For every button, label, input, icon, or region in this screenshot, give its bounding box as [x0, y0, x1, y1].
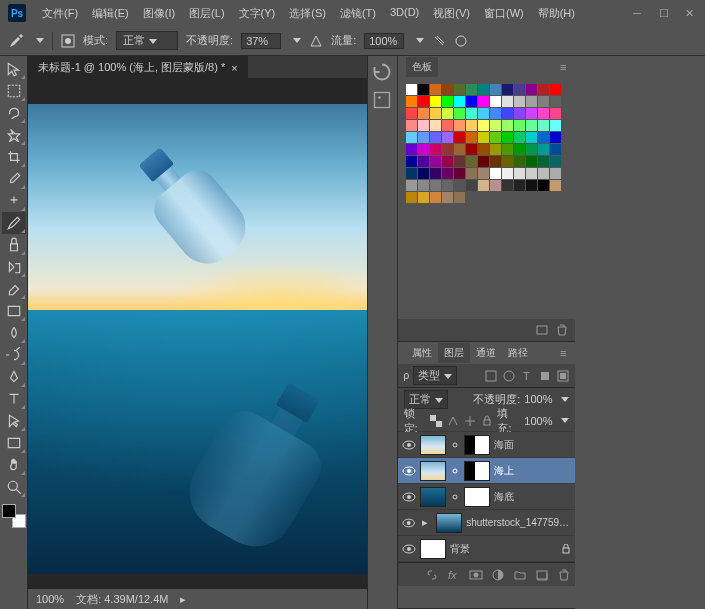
layer-name[interactable]: shutterstock_147759191 [466, 517, 570, 528]
hand-tool[interactable] [2, 454, 26, 476]
text-tool[interactable] [2, 388, 26, 410]
swatch[interactable] [490, 156, 501, 167]
status-menu-icon[interactable]: ▸ [180, 593, 186, 606]
swatch[interactable] [538, 156, 549, 167]
swatch[interactable] [466, 180, 477, 191]
swatch[interactable] [502, 84, 513, 95]
swatch[interactable] [466, 144, 477, 155]
swatch[interactable] [514, 108, 525, 119]
swatch[interactable] [490, 84, 501, 95]
tab-属性[interactable]: 属性 [406, 343, 438, 363]
menu-V[interactable]: 视图(V) [427, 2, 476, 25]
swatch[interactable] [514, 168, 525, 179]
swatch[interactable] [406, 132, 417, 143]
menu-W[interactable]: 窗口(W) [478, 2, 530, 25]
swatch[interactable] [526, 144, 537, 155]
swatch[interactable] [442, 120, 453, 131]
swatch[interactable] [466, 156, 477, 167]
menu-Y[interactable]: 文字(Y) [233, 2, 282, 25]
swatch[interactable] [514, 180, 525, 191]
swatch[interactable] [442, 96, 453, 107]
swatch[interactable] [538, 180, 549, 191]
swatch[interactable] [526, 108, 537, 119]
swatch[interactable] [430, 108, 441, 119]
swatch[interactable] [502, 168, 513, 179]
swatch[interactable] [526, 96, 537, 107]
swatch[interactable] [490, 168, 501, 179]
swatch[interactable] [490, 132, 501, 143]
swatch[interactable] [490, 96, 501, 107]
swatch[interactable] [526, 120, 537, 131]
filter-text-icon[interactable]: T [521, 370, 533, 382]
close-tab-icon[interactable]: × [231, 62, 237, 74]
swatch[interactable] [466, 96, 477, 107]
swatch[interactable] [538, 144, 549, 155]
panel-menu-icon[interactable]: ≡ [560, 61, 566, 73]
eyedropper-tool[interactable] [2, 168, 26, 190]
swatch[interactable] [430, 84, 441, 95]
swatch[interactable] [502, 132, 513, 143]
swatch[interactable] [454, 156, 465, 167]
link-layers-icon[interactable] [425, 568, 439, 582]
swatch[interactable] [502, 96, 513, 107]
delete-layer-icon[interactable] [557, 568, 571, 582]
swatch[interactable] [454, 132, 465, 143]
swatch[interactable] [526, 84, 537, 95]
swatch[interactable] [550, 180, 561, 191]
swatch[interactable] [442, 132, 453, 143]
swatch[interactable] [454, 192, 465, 203]
swatch[interactable] [550, 96, 561, 107]
path-select-tool[interactable] [2, 410, 26, 432]
opacity-dropdown[interactable] [293, 38, 301, 43]
brush-preset-dropdown[interactable] [36, 38, 44, 43]
swatch[interactable] [514, 120, 525, 131]
swatch[interactable] [514, 156, 525, 167]
swatch[interactable] [418, 84, 429, 95]
swatch[interactable] [478, 144, 489, 155]
layer-opacity-dropdown[interactable] [561, 397, 569, 402]
zoom-tool[interactable] [2, 476, 26, 498]
swatch[interactable] [538, 96, 549, 107]
swatch[interactable] [514, 96, 525, 107]
tab-通道[interactable]: 通道 [470, 343, 502, 363]
fill-dropdown[interactable] [561, 418, 569, 423]
swatch[interactable] [406, 156, 417, 167]
canvas-viewport[interactable] [28, 78, 367, 589]
swatch[interactable] [502, 120, 513, 131]
swatch[interactable] [538, 168, 549, 179]
swatch[interactable] [538, 120, 549, 131]
swatch[interactable] [418, 120, 429, 131]
maximize-button[interactable]: ☐ [659, 7, 671, 19]
new-swatch-icon[interactable] [535, 323, 549, 337]
swatch[interactable] [478, 120, 489, 131]
mask-link-icon[interactable] [450, 466, 460, 476]
zoom-level[interactable]: 100% [36, 593, 64, 605]
adjustment-layer-icon[interactable] [491, 568, 505, 582]
fill-value[interactable]: 100% [524, 415, 552, 427]
filter-adjust-icon[interactable] [503, 370, 515, 382]
swatch[interactable] [430, 156, 441, 167]
swatch[interactable] [466, 84, 477, 95]
filter-type-select[interactable]: 类型 [413, 366, 457, 385]
swatch[interactable] [550, 168, 561, 179]
lock-position-icon[interactable] [464, 415, 476, 427]
layer-fx-icon[interactable]: fx [447, 568, 461, 582]
properties-dock-icon[interactable] [372, 90, 392, 110]
swatch[interactable] [442, 192, 453, 203]
swatch[interactable] [418, 156, 429, 167]
swatch[interactable] [430, 144, 441, 155]
swatch[interactable] [454, 84, 465, 95]
close-button[interactable]: ✕ [685, 7, 697, 19]
swatch[interactable] [442, 168, 453, 179]
swatch[interactable] [454, 108, 465, 119]
layers-panel-menu[interactable]: ≡ [560, 347, 566, 359]
history-dock-icon[interactable] [372, 62, 392, 82]
canvas[interactable] [28, 104, 367, 574]
lock-all-icon[interactable] [481, 415, 493, 427]
layer-name[interactable]: 背景 [450, 542, 470, 556]
move-tool[interactable] [2, 58, 26, 80]
swatch[interactable] [490, 180, 501, 191]
filter-shape-icon[interactable] [539, 370, 551, 382]
menu-I[interactable]: 图像(I) [137, 2, 181, 25]
swatch[interactable] [550, 84, 561, 95]
